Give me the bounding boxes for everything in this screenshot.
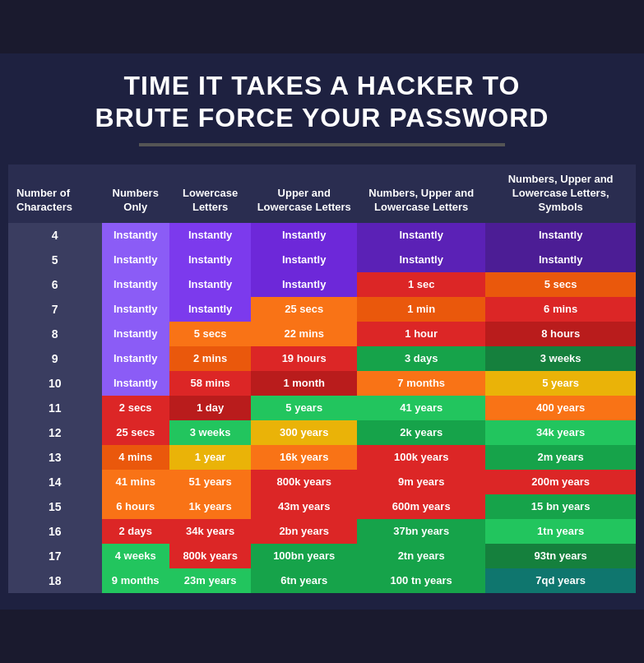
time-cell-col1: Instantly bbox=[102, 272, 169, 297]
table-row: 1441 mins51 years800k years9m years200m … bbox=[8, 470, 636, 494]
time-cell-col3: 6tn years bbox=[251, 568, 357, 593]
header-row: Number of Characters Numbers Only Lowerc… bbox=[8, 165, 636, 223]
time-cell-col3: 16k years bbox=[251, 445, 357, 470]
time-cell-col2: Instantly bbox=[169, 297, 251, 322]
time-cell-col4: 9m years bbox=[357, 470, 485, 494]
time-cell-col4: 3 days bbox=[357, 346, 485, 371]
time-cell-col1: Instantly bbox=[102, 322, 169, 346]
char-count-cell: 8 bbox=[8, 322, 102, 346]
time-cell-col5: 5 secs bbox=[485, 272, 636, 297]
table-body: 4InstantlyInstantlyInstantlyInstantlyIns… bbox=[8, 223, 636, 593]
time-cell-col4: 100k years bbox=[357, 445, 485, 470]
char-count-cell: 4 bbox=[8, 223, 102, 248]
time-cell-col3: Instantly bbox=[251, 248, 357, 272]
time-cell-col4: 1 min bbox=[357, 297, 485, 322]
time-cell-col4: 37bn years bbox=[357, 519, 485, 544]
table-container: Number of Characters Numbers Only Lowerc… bbox=[0, 165, 644, 601]
col-header-chars: Number of Characters bbox=[8, 165, 102, 223]
char-count-cell: 11 bbox=[8, 396, 102, 420]
table-row: 112 secs1 day5 years41 years400 years bbox=[8, 396, 636, 420]
table-row: 134 mins1 year16k years100k years2m year… bbox=[8, 445, 636, 470]
time-cell-col1: 4 weeks bbox=[102, 544, 169, 568]
time-cell-col4: 41 years bbox=[357, 396, 485, 420]
table-row: 156 hours1k years43m years600m years15 b… bbox=[8, 494, 636, 519]
time-cell-col2: Instantly bbox=[169, 272, 251, 297]
time-cell-col5: 15 bn years bbox=[485, 494, 636, 519]
time-cell-col1: Instantly bbox=[102, 223, 169, 248]
time-cell-col4: 600m years bbox=[357, 494, 485, 519]
time-cell-col1: Instantly bbox=[102, 297, 169, 322]
time-cell-col1: 9 months bbox=[102, 568, 169, 593]
time-cell-col1: 41 mins bbox=[102, 470, 169, 494]
table-row: 6InstantlyInstantlyInstantly1 sec5 secs bbox=[8, 272, 636, 297]
time-cell-col1: 25 secs bbox=[102, 420, 169, 445]
char-count-cell: 10 bbox=[8, 371, 102, 396]
char-count-cell: 13 bbox=[8, 445, 102, 470]
time-cell-col2: 800k years bbox=[169, 544, 251, 568]
time-cell-col2: Instantly bbox=[169, 223, 251, 248]
char-count-cell: 14 bbox=[8, 470, 102, 494]
time-cell-col2: 58 mins bbox=[169, 371, 251, 396]
time-cell-col5: 6 mins bbox=[485, 297, 636, 322]
char-count-cell: 5 bbox=[8, 248, 102, 272]
col-header-lowercase: Lowercase Letters bbox=[169, 165, 251, 223]
time-cell-col3: 5 years bbox=[251, 396, 357, 420]
table-row: 9Instantly2 mins19 hours3 days3 weeks bbox=[8, 346, 636, 371]
time-cell-col4: 1 hour bbox=[357, 322, 485, 346]
time-cell-col2: 1 year bbox=[169, 445, 251, 470]
time-cell-col1: Instantly bbox=[102, 248, 169, 272]
char-count-cell: 7 bbox=[8, 297, 102, 322]
col-header-numbers: Numbers Only bbox=[102, 165, 169, 223]
title: TIME IT TAKES A HACKER TO BRUTE FORCE YO… bbox=[16, 70, 628, 133]
time-cell-col4: 2tn years bbox=[357, 544, 485, 568]
char-count-cell: 12 bbox=[8, 420, 102, 445]
time-cell-col2: 51 years bbox=[169, 470, 251, 494]
time-cell-col5: 5 years bbox=[485, 371, 636, 396]
time-cell-col2: 23m years bbox=[169, 568, 251, 593]
time-cell-col2: 34k years bbox=[169, 519, 251, 544]
table-row: 1225 secs3 weeks300 years2k years34k yea… bbox=[8, 420, 636, 445]
time-cell-col4: 2k years bbox=[357, 420, 485, 445]
time-cell-col3: 25 secs bbox=[251, 297, 357, 322]
col-header-all: Numbers, Upper and Lowercase Letters, Sy… bbox=[485, 165, 636, 223]
time-cell-col3: 22 mins bbox=[251, 322, 357, 346]
time-cell-col1: 2 days bbox=[102, 519, 169, 544]
time-cell-col3: 1 month bbox=[251, 371, 357, 396]
char-count-cell: 16 bbox=[8, 519, 102, 544]
time-cell-col3: 800k years bbox=[251, 470, 357, 494]
time-cell-col5: 93tn years bbox=[485, 544, 636, 568]
time-cell-col4: Instantly bbox=[357, 248, 485, 272]
time-cell-col3: 19 hours bbox=[251, 346, 357, 371]
time-cell-col3: Instantly bbox=[251, 223, 357, 248]
table-row: 162 days34k years2bn years37bn years1tn … bbox=[8, 519, 636, 544]
time-cell-col4: 1 sec bbox=[357, 272, 485, 297]
time-cell-col4: Instantly bbox=[357, 223, 485, 248]
time-cell-col5: 2m years bbox=[485, 445, 636, 470]
time-cell-col1: Instantly bbox=[102, 371, 169, 396]
time-cell-col5: 200m years bbox=[485, 470, 636, 494]
time-cell-col1: Instantly bbox=[102, 346, 169, 371]
table-row: 4InstantlyInstantlyInstantlyInstantlyIns… bbox=[8, 223, 636, 248]
time-cell-col5: 34k years bbox=[485, 420, 636, 445]
time-cell-col2: Instantly bbox=[169, 248, 251, 272]
time-cell-col2: 1 day bbox=[169, 396, 251, 420]
time-cell-col5: Instantly bbox=[485, 248, 636, 272]
time-cell-col5: 400 years bbox=[485, 396, 636, 420]
time-cell-col4: 7 months bbox=[357, 371, 485, 396]
data-table: Number of Characters Numbers Only Lowerc… bbox=[8, 165, 636, 593]
table-row: 5InstantlyInstantlyInstantlyInstantlyIns… bbox=[8, 248, 636, 272]
char-count-cell: 9 bbox=[8, 346, 102, 371]
time-cell-col3: 300 years bbox=[251, 420, 357, 445]
time-cell-col3: 2bn years bbox=[251, 519, 357, 544]
time-cell-col1: 6 hours bbox=[102, 494, 169, 519]
time-cell-col3: Instantly bbox=[251, 272, 357, 297]
time-cell-col2: 1k years bbox=[169, 494, 251, 519]
table-row: 174 weeks800k years100bn years2tn years9… bbox=[8, 544, 636, 568]
col-header-upper-lower: Upper and Lowercase Letters bbox=[251, 165, 357, 223]
char-count-cell: 18 bbox=[8, 568, 102, 593]
infographic-card: TIME IT TAKES A HACKER TO BRUTE FORCE YO… bbox=[0, 53, 644, 609]
time-cell-col5: 3 weeks bbox=[485, 346, 636, 371]
time-cell-col4: 100 tn years bbox=[357, 568, 485, 593]
col-header-num-upper-lower: Numbers, Upper and Lowercase Letters bbox=[357, 165, 485, 223]
time-cell-col5: 7qd years bbox=[485, 568, 636, 593]
